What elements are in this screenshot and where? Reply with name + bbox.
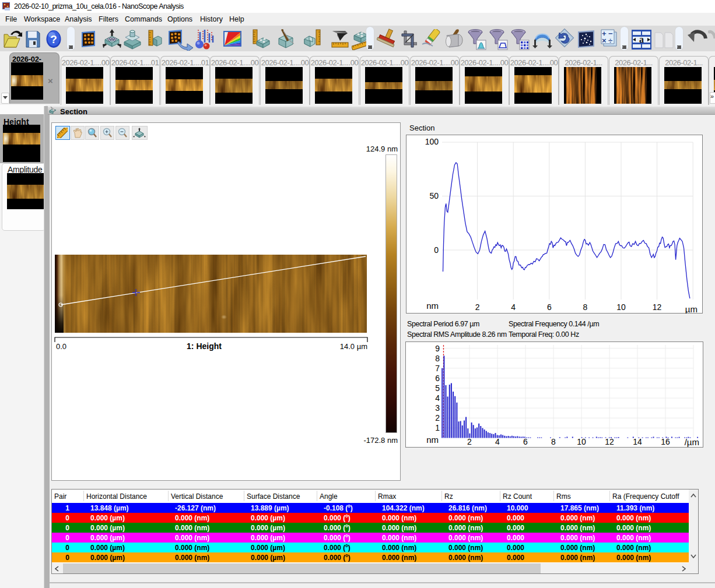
svg-text:4: 4 — [435, 393, 440, 403]
svg-text:100: 100 — [425, 137, 439, 146]
svg-text:0: 0 — [434, 245, 439, 255]
svg-text:12: 12 — [605, 437, 614, 446]
svg-text:2: 2 — [467, 437, 472, 446]
svg-text:4: 4 — [495, 437, 500, 446]
svg-text:5: 5 — [435, 383, 440, 393]
svg-text:8: 8 — [583, 302, 588, 312]
svg-text:1: 1 — [435, 423, 440, 432]
svg-text:12: 12 — [653, 302, 662, 312]
svg-text:×: × — [602, 36, 607, 45]
svg-text:50: 50 — [429, 191, 439, 200]
svg-text:/µm: /µm — [685, 437, 699, 447]
svg-text:14: 14 — [633, 437, 642, 446]
svg-text:µm: µm — [685, 304, 698, 314]
svg-text:2: 2 — [475, 302, 480, 312]
svg-text:6: 6 — [523, 437, 528, 446]
svg-text:16: 16 — [661, 437, 670, 446]
svg-text:7: 7 — [435, 364, 440, 373]
svg-text:10: 10 — [616, 302, 626, 312]
svg-text:3: 3 — [435, 403, 440, 413]
svg-text:8: 8 — [435, 354, 440, 363]
svg-text:4: 4 — [511, 302, 516, 312]
svg-text:6: 6 — [547, 302, 552, 312]
svg-text:8: 8 — [551, 437, 556, 446]
svg-text:6: 6 — [435, 374, 440, 383]
svg-text:?: ? — [50, 33, 57, 45]
svg-text:2: 2 — [435, 413, 440, 422]
svg-text:9: 9 — [435, 344, 440, 353]
svg-text:nm: nm — [426, 301, 439, 311]
svg-text:10: 10 — [577, 437, 586, 446]
svg-text:nm: nm — [426, 435, 439, 445]
svg-text:a: a — [639, 34, 644, 44]
svg-text:÷: ÷ — [608, 36, 612, 45]
